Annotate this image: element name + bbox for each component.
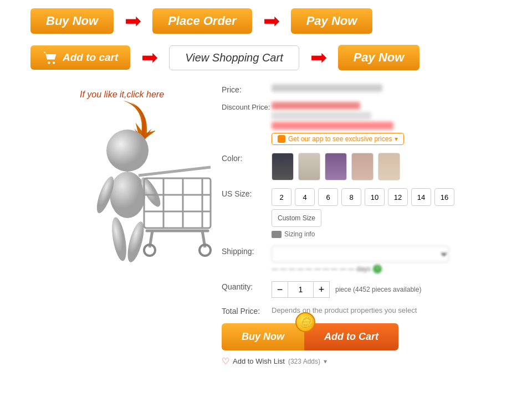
quantity-decrease-button[interactable]: −: [272, 281, 288, 298]
discount-line-1: [272, 102, 360, 110]
svg-point-2: [106, 130, 149, 172]
color-swatches: [272, 153, 504, 180]
buy-now-top-button[interactable]: Buy Now: [30, 8, 114, 34]
size-row: US Size: 2 4 6 8 10 12 14 16 Custom Size…: [222, 188, 504, 238]
size-options: 2 4 6 8 10 12 14 16 Custom Size: [272, 188, 504, 227]
right-panel: Price: Discount Price: Get our app to se…: [216, 79, 515, 372]
color-swatch-light[interactable]: [298, 153, 320, 180]
svg-point-6: [109, 216, 129, 262]
color-row: Color:: [222, 153, 504, 180]
wishlist-count: (323 Adds): [288, 358, 320, 365]
quantity-controls: − +: [272, 281, 330, 298]
price-label: Price:: [222, 84, 272, 94]
sizing-icon: [272, 231, 282, 238]
arrow-4-icon: ➡: [310, 48, 327, 68]
quantity-input[interactable]: [288, 281, 313, 298]
price-row: Price:: [222, 84, 504, 94]
view-cart-button[interactable]: View Shopping Cart: [169, 45, 299, 70]
quantity-increase-button[interactable]: +: [313, 281, 330, 298]
app-price-button[interactable]: Get our app to see exclusive prices ▾: [272, 133, 404, 145]
action-buttons: Buy Now 🪙 Add to Cart: [222, 323, 504, 350]
add-to-cart-action-button[interactable]: 🪙 Add to Cart: [304, 323, 398, 350]
wishlist-dropdown-icon[interactable]: ▾: [324, 358, 327, 365]
total-price-row: Total Price: Depends on the product prop…: [222, 306, 504, 316]
quantity-container: − + piece (4452 pieces available): [272, 281, 504, 298]
arrow-2-icon: ➡: [263, 11, 280, 31]
app-dot-icon: [278, 135, 285, 143]
price-value: [272, 84, 504, 92]
quantity-row: Quantity: − + piece (4452 pieces availab…: [222, 281, 504, 298]
shipping-help-icon[interactable]: ?: [373, 265, 382, 273]
cart-top-icon: [43, 51, 58, 64]
arrow-3-icon: ➡: [141, 48, 158, 68]
discount-price-row: Discount Price: Get our app to see exclu…: [222, 102, 504, 145]
sizing-info-link[interactable]: Sizing info: [272, 230, 504, 238]
like-text: If you like it,click here: [17, 90, 216, 100]
size-btn-6[interactable]: 6: [318, 188, 338, 206]
size-btn-custom[interactable]: Custom Size: [272, 209, 321, 227]
color-swatch-beige[interactable]: [378, 153, 400, 180]
svg-point-1: [53, 61, 55, 64]
svg-point-0: [48, 61, 50, 64]
total-price-text: Depends on the product properties you se…: [272, 306, 417, 314]
shipping-row: Shipping: — — — — — — — — — — days ?: [222, 246, 504, 273]
size-options-container: 2 4 6 8 10 12 14 16 Custom Size Sizing i…: [272, 188, 504, 238]
second-row: Add to cart ➡ View Shopping Cart ➡ Pay N…: [0, 42, 532, 79]
cart-figure: [66, 123, 172, 228]
arrow-1-icon: ➡: [125, 11, 141, 31]
size-btn-8[interactable]: 8: [341, 188, 361, 206]
buy-now-action-button[interactable]: Buy Now: [222, 323, 304, 350]
wishlist-label: Add to Wish List: [233, 357, 285, 365]
discount-price-value: Get our app to see exclusive prices ▾: [272, 102, 504, 145]
size-btn-10[interactable]: 10: [365, 188, 385, 206]
discount-line-2: [272, 112, 371, 120]
quantity-available-text: piece (4452 pieces available): [335, 286, 421, 293]
top-banner: Buy Now ➡ Place Order ➡ Pay Now: [0, 0, 532, 42]
heart-icon: ♡: [222, 356, 229, 366]
pay-now-second-button[interactable]: Pay Now: [338, 45, 420, 70]
left-panel: If you like it,click here: [17, 79, 216, 372]
color-swatch-nude[interactable]: [351, 153, 374, 180]
svg-point-3: [110, 172, 145, 218]
place-order-button[interactable]: Place Order: [152, 8, 252, 34]
color-swatch-purple[interactable]: [325, 153, 347, 180]
color-swatch-dark[interactable]: [272, 153, 294, 180]
wishlist-row[interactable]: ♡ Add to Wish List (323 Adds) ▾: [222, 356, 504, 366]
svg-line-8: [139, 167, 211, 175]
size-btn-16[interactable]: 16: [434, 188, 454, 206]
discount-line-3: [272, 122, 393, 130]
size-btn-14[interactable]: 14: [411, 188, 431, 206]
size-btn-12[interactable]: 12: [388, 188, 408, 206]
size-btn-4[interactable]: 4: [295, 188, 315, 206]
shipping-value: — — — — — — — — — — days ?: [272, 246, 504, 273]
shipping-days-text: — — — — — — — — — — days ?: [272, 265, 504, 273]
coin-badge-icon: 🪙: [295, 312, 315, 332]
price-line-1: [272, 84, 382, 92]
size-btn-2[interactable]: 2: [272, 188, 291, 206]
color-swatches-container: [272, 153, 504, 180]
discount-price-label: Discount Price:: [222, 102, 272, 111]
cart-figure-svg: [66, 123, 233, 311]
shipping-select[interactable]: [272, 246, 449, 262]
pay-now-top-button[interactable]: Pay Now: [291, 8, 373, 34]
main-content: If you like it,click here Price: Discoun…: [0, 79, 532, 372]
add-to-cart-top-button[interactable]: Add to cart: [30, 45, 130, 70]
